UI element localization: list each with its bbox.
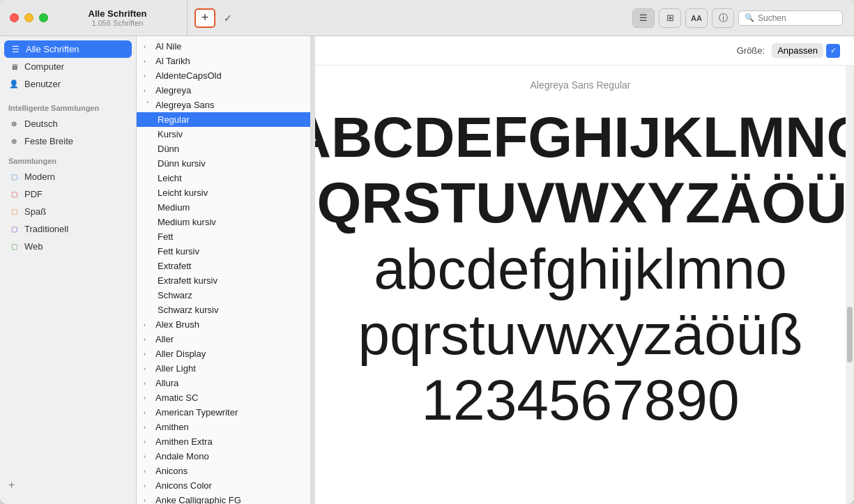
preview-line-lowercase-2: pqrstuvwxyzäöüß [358,302,802,367]
check-icon: ✓ [830,46,837,55]
font-subitem-label: Medium [158,202,190,213]
sidebar-item-traditionell[interactable]: ▢ Traditionell [0,220,136,238]
preview-font-name: Alegreya Sans Regular [531,79,631,91]
font-subitem-kursiv[interactable]: Kursiv [137,127,310,142]
alle-schriften-icon: ☰ [10,45,21,54]
deutsch-icon: ⊛ [8,120,20,128]
font-item-aller-light[interactable]: › Aller Light [137,361,310,376]
sidebar-item-pdf[interactable]: ▢ PDF [0,185,136,203]
font-item-anke[interactable]: › Anke Calligraphic FG [137,493,310,504]
list-view-button[interactable]: ☰ [632,8,655,28]
size-dropdown[interactable]: Anpassen [772,43,823,58]
preview-scrollbar-thumb[interactable] [847,307,853,362]
font-item-amithen-extra[interactable]: › Amithen Extra [137,434,310,449]
sidebar-item-deutsch[interactable]: ⊛ Deutsch [0,115,136,132]
font-name: Anicons [155,466,188,476]
font-item-aller[interactable]: › Aller [137,332,310,346]
font-name: Al Nile [155,41,182,52]
font-list: › Al Nile › Al Tarikh › AldenteCapsOld ›… [137,36,310,504]
preview-line-uppercase-2: PQRSTUVWXYZÄÖÜß [315,170,846,236]
font-list-area: › Al Nile › Al Tarikh › AldenteCapsOld ›… [137,36,311,504]
sidebar-item-feste-breite[interactable]: ⊛ Feste Breite [0,132,136,150]
sidebar-item-spass[interactable]: ▢ Spaß [0,203,136,220]
add-sidebar-icon: + [8,479,15,491]
chevron-icon: › [144,380,152,387]
font-subitem-fett-kursiv[interactable]: Fett kursiv [137,244,310,259]
font-subitem-medium-kursiv[interactable]: Medium kursiv [137,215,310,229]
font-item-allura[interactable]: › Allura [137,376,310,390]
font-name: Amatic SC [155,392,198,403]
font-item-aller-display[interactable]: › Aller Display [137,346,310,361]
add-collection-button[interactable]: + [195,8,215,28]
font-item-anicons[interactable]: › Anicons [137,464,310,478]
chevron-icon: › [144,72,152,79]
font-subitem-fett[interactable]: Fett [137,229,310,244]
font-item-al-tarikh[interactable]: › Al Tarikh [137,54,310,68]
chevron-icon: › [144,468,152,475]
font-subitem-label: Schwarz kursiv [158,305,218,315]
font-item-anicons-color[interactable]: › Anicons Color [137,478,310,493]
font-item-amithen[interactable]: › Amithen [137,420,310,434]
chevron-icon: › [144,497,152,504]
font-size-button[interactable]: AA [685,8,708,28]
font-item-alex-brush[interactable]: › Alex Brush [137,317,310,332]
font-subitem-dunn-kursiv[interactable]: Dünn kursiv [137,156,310,171]
validate-button[interactable]: ✓ [218,8,238,28]
minimize-button[interactable] [24,13,33,22]
font-name: Andale Mono [155,451,209,461]
font-subitem-label: Fett kursiv [158,246,199,257]
font-subitem-leicht-kursiv[interactable]: Leicht kursiv [137,185,310,200]
font-name: Alegreya [155,85,191,96]
font-item-alegreya-sans[interactable]: › Alegreya Sans [137,98,310,112]
info-button[interactable]: ⓘ [712,8,734,28]
chevron-icon: › [144,453,152,460]
sidebar-label-web: Web [24,241,43,252]
size-check-button[interactable]: ✓ [826,44,840,58]
chevron-icon: › [144,365,152,372]
sidebar-item-alle-schriften[interactable]: ☰ Alle Schriften [4,40,132,58]
preview-scrollbar[interactable] [846,66,854,504]
font-subitem-leicht[interactable]: Leicht [137,171,310,185]
font-item-american-typewriter[interactable]: › American Typewriter [137,405,310,420]
font-subitem-schwarz-kursiv[interactable]: Schwarz kursiv [137,303,310,317]
sidebar-label-modern: Modern [24,171,55,182]
maximize-button[interactable] [39,13,48,22]
sidebar-item-computer[interactable]: 🖥 Computer [0,58,136,75]
search-input[interactable] [758,13,837,23]
add-collection-sidebar-button[interactable]: + [0,473,136,497]
font-item-aldente[interactable]: › AldenteCapsOld [137,68,310,83]
font-subitem-regular[interactable]: Regular [137,112,310,127]
font-name: American Typewriter [155,407,238,418]
font-item-andale-mono[interactable]: › Andale Mono [137,449,310,464]
sidebar-label-traditionell: Traditionell [24,224,68,234]
chevron-icon: › [144,43,152,50]
close-button[interactable] [10,13,19,22]
search-box[interactable]: 🔍 [738,10,843,26]
font-item-al-nile[interactable]: › Al Nile [137,39,310,54]
font-item-alegreya[interactable]: › Alegreya [137,83,310,98]
sidebar-label-alle-schriften: Alle Schriften [26,44,79,54]
font-item-amatic-sc[interactable]: › Amatic SC [137,390,310,405]
grid-view-icon: ⊞ [666,13,674,23]
info-icon: ⓘ [719,12,728,24]
grid-view-button[interactable]: ⊞ [659,8,681,28]
size-control[interactable]: Anpassen ✓ [772,43,840,58]
font-name: Aller Display [155,349,206,359]
font-subitem-schwarz[interactable]: Schwarz [137,288,310,303]
font-name: Alex Brush [155,319,199,330]
collections-header: Sammlungen [0,150,136,168]
font-subitem-dunn[interactable]: Dünn [137,142,310,156]
sidebar-label-feste-breite: Feste Breite [24,136,73,146]
chevron-icon: › [144,438,152,445]
font-subitem-extrafett-kursiv[interactable]: Extrafett kursiv [137,273,310,288]
font-subitem-medium[interactable]: Medium [137,200,310,215]
search-icon: 🔍 [745,13,754,22]
sidebar-item-web[interactable]: ▢ Web [0,238,136,255]
benutzer-icon: 👤 [8,79,20,89]
sidebar-item-benutzer[interactable]: 👤 Benutzer [0,75,136,93]
sidebar-item-modern[interactable]: ▢ Modern [0,168,136,185]
font-subitem-extrafett[interactable]: Extrafett [137,259,310,273]
sidebar-label-spass: Spaß [24,206,46,217]
font-subitem-label: Extrafett kursiv [158,275,218,286]
chevron-icon: › [144,58,152,65]
